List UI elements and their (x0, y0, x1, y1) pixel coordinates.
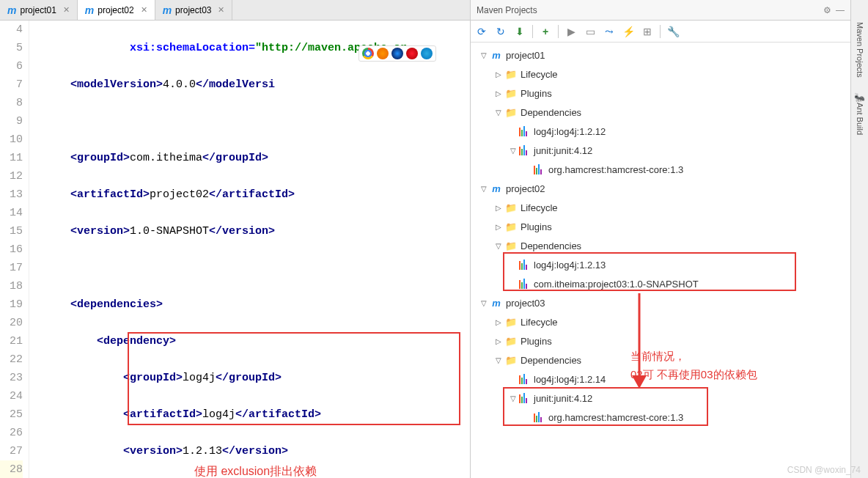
chrome-icon[interactable] (362, 48, 374, 59)
sidebar-maven-label[interactable]: Maven Projects (856, 22, 864, 78)
tree-dep-hamcrest[interactable]: org.hamcrest:hamcrest-core:1.3 (471, 160, 850, 179)
settings-icon[interactable]: 🔧 (666, 25, 680, 38)
safari-icon[interactable] (391, 48, 403, 59)
tree-dep-log4j[interactable]: log4j:log4j:1.2.12 (471, 122, 850, 141)
tab-project01[interactable]: m project01 ✕ (0, 0, 78, 20)
tree-dependencies[interactable]: ▽📁Dependencies (471, 236, 850, 255)
tab-label: project01 (20, 5, 56, 15)
tree-project02[interactable]: ▽mproject02 (471, 179, 850, 198)
code-editor[interactable]: 4567891011121314151617181920212223242526… (0, 21, 470, 478)
tree-plugins[interactable]: ▷📁Plugins (471, 217, 850, 236)
tree-dep-hamcrest[interactable]: org.hamcrest:hamcrest-core:1.3 (471, 408, 850, 427)
svg-marker-1 (632, 375, 647, 389)
tree-dep-junit[interactable]: ▽junit:junit:4.12 (471, 141, 850, 160)
browser-icons-bar (358, 45, 436, 62)
code-content[interactable]: xsi:schemaLocation="http://maven.apache.… (40, 21, 470, 478)
library-icon (519, 374, 531, 384)
firefox-icon[interactable] (377, 48, 389, 59)
show-deps-icon[interactable]: ⊞ (641, 25, 654, 38)
tree-dep-project03[interactable]: com.itheima:project03:1.0-SNAPSHOT (471, 274, 850, 293)
tab-project02[interactable]: m project02 ✕ (78, 0, 155, 20)
line-gutter: 4567891011121314151617181920212223242526… (0, 21, 29, 478)
gear-icon[interactable]: ⚙ (823, 5, 831, 15)
tree-dep-log4j[interactable]: log4j:log4j:1.2.13 (471, 255, 850, 274)
tree-lifecycle[interactable]: ▷📁Lifecycle (471, 65, 850, 84)
tree-project01[interactable]: ▽mproject01 (471, 45, 850, 65)
download-icon[interactable]: ⬇ (513, 25, 526, 38)
editor-tabs: m project01 ✕ m project02 ✕ m project03 … (0, 0, 470, 21)
close-icon[interactable]: ✕ (218, 5, 224, 15)
tab-project03[interactable]: m project03 ✕ (155, 0, 233, 20)
skip-tests-icon[interactable]: ⤳ (603, 25, 616, 38)
maven-file-icon: m (163, 4, 172, 16)
sidebar-ant-label[interactable]: Ant Build (856, 103, 864, 135)
tree-dep-junit[interactable]: ▽junit:junit:4.12 (471, 389, 850, 408)
ie-icon[interactable] (421, 48, 433, 59)
library-icon (519, 126, 531, 136)
library-icon (519, 145, 531, 155)
tree-lifecycle[interactable]: ▷📁Lifecycle (471, 312, 850, 331)
arrow-icon (625, 293, 654, 389)
library-icon (534, 412, 545, 422)
opera-icon[interactable] (406, 48, 418, 59)
watermark: CSDN @woxin_74 (787, 465, 861, 475)
maven-tree[interactable]: ▽mproject01 ▷📁Lifecycle ▷📁Plugins ▽📁Depe… (471, 43, 850, 478)
minimize-icon[interactable]: — (836, 5, 845, 15)
annotation-text-1: 使用 exclusion排出依赖 (194, 462, 317, 478)
maven-panel-title: Maven Projects (477, 5, 537, 15)
run-icon[interactable]: ▶ (564, 25, 578, 38)
offline-icon[interactable]: ⚡ (622, 25, 635, 38)
tree-project03[interactable]: ▽mproject03 (471, 293, 850, 312)
tree-lifecycle[interactable]: ▷📁Lifecycle (471, 198, 850, 217)
maven-toolbar: ⟳ ↻ ⬇ + ▶ ▭ ⤳ ⚡ ⊞ 🔧 (471, 21, 850, 43)
close-icon[interactable]: ✕ (141, 5, 147, 15)
tree-plugins[interactable]: ▷📁Plugins (471, 331, 850, 350)
library-icon (534, 164, 545, 174)
library-icon (519, 393, 531, 403)
tab-label: project02 (98, 5, 133, 15)
tree-dependencies[interactable]: ▽📁Dependencies (471, 103, 850, 122)
library-icon (519, 260, 531, 270)
maven-panel-header: Maven Projects ⚙ — (471, 0, 850, 21)
reimport-icon[interactable]: ⟳ (475, 25, 488, 38)
maven-file-icon: m (85, 4, 94, 16)
execute-icon[interactable]: ▭ (584, 25, 597, 38)
tool-window-bar: Maven Projects 🐜 Ant Build (850, 0, 868, 478)
library-icon (519, 279, 531, 289)
tab-label: project03 (175, 5, 211, 15)
maven-file-icon: m (7, 4, 16, 16)
add-icon[interactable]: + (539, 25, 552, 38)
refresh-icon[interactable]: ↻ (494, 25, 507, 38)
close-icon[interactable]: ✕ (63, 5, 70, 15)
tree-plugins[interactable]: ▷📁Plugins (471, 84, 850, 103)
